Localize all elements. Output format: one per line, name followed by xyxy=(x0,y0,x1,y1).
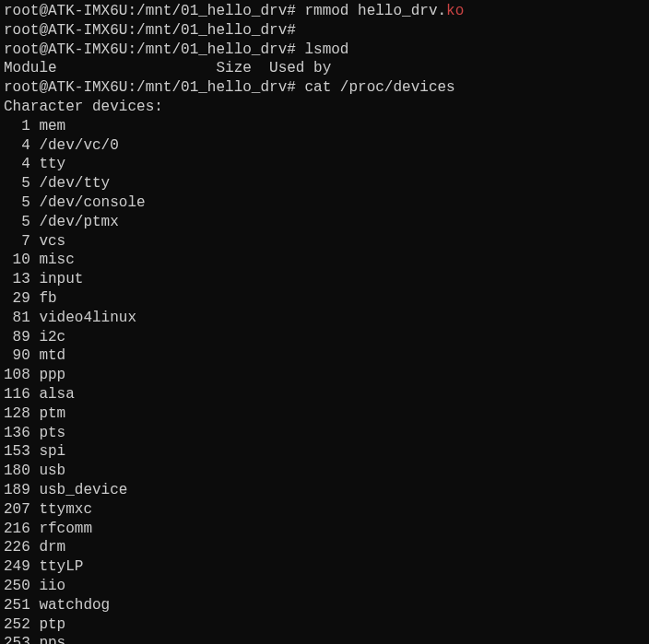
device-major-number: 189 xyxy=(4,481,30,500)
device-name: input xyxy=(39,270,83,289)
device-major-number: 4 xyxy=(4,136,30,156)
devices-header: Character devices: xyxy=(4,99,163,115)
device-entry: 207ttymxc xyxy=(4,500,645,520)
device-entry: 4/dev/vc/0 xyxy=(4,136,645,156)
device-major-number: 7 xyxy=(4,232,30,252)
lsmod-header: Module Size Used by xyxy=(4,60,331,76)
device-entry: 153spi xyxy=(4,442,645,462)
device-entry: 1mem xyxy=(4,117,645,136)
device-entry: 253pps xyxy=(4,634,645,644)
device-major-number: 207 xyxy=(4,500,30,520)
device-name: spi xyxy=(39,442,65,462)
device-major-number: 128 xyxy=(4,404,30,424)
device-major-number: 81 xyxy=(4,309,30,328)
device-name: rfcomm xyxy=(39,520,92,539)
device-major-number: 136 xyxy=(4,424,30,443)
device-name: misc xyxy=(39,251,74,270)
device-name: usb_device xyxy=(39,481,127,500)
device-entry: 90mtd xyxy=(4,346,645,366)
device-name: drm xyxy=(39,538,65,557)
device-major-number: 5 xyxy=(4,193,30,213)
device-major-number: 180 xyxy=(4,462,30,481)
device-entry: 251watchdog xyxy=(4,596,645,615)
device-entry: 4tty xyxy=(4,155,645,174)
terminal-output: root@ATK-IMX6U:/mnt/01_hello_drv# rmmod … xyxy=(4,2,645,644)
device-major-number: 216 xyxy=(4,520,30,539)
device-name: ptp xyxy=(39,615,65,635)
device-entry: 89i2c xyxy=(4,328,645,347)
device-name: ttyLP xyxy=(39,557,83,577)
shell-prompt: root@ATK-IMX6U:/mnt/01_hello_drv# xyxy=(4,79,304,96)
device-major-number: 1 xyxy=(4,117,30,136)
device-major-number: 253 xyxy=(4,634,30,644)
device-entry: 250iio xyxy=(4,577,645,596)
device-name: vcs xyxy=(39,232,65,252)
device-major-number: 10 xyxy=(4,251,30,270)
shell-prompt: root@ATK-IMX6U:/mnt/01_hello_drv# xyxy=(4,22,296,39)
device-entry: 128ptm xyxy=(4,404,645,424)
device-major-number: 153 xyxy=(4,442,30,462)
device-name: video4linux xyxy=(39,309,136,328)
device-entry: 189usb_device xyxy=(4,481,645,500)
device-entry: 180usb xyxy=(4,462,645,481)
terminal-line: Character devices: xyxy=(4,98,645,117)
device-name: pts xyxy=(39,424,65,443)
device-name: ttymxc xyxy=(39,500,92,520)
shell-command: lsmod xyxy=(304,41,348,58)
device-name: /dev/tty xyxy=(39,174,110,193)
device-name: fb xyxy=(39,289,56,309)
device-name: pps xyxy=(39,634,65,644)
device-entry: 252ptp xyxy=(4,615,645,635)
device-name: watchdog xyxy=(39,596,110,615)
device-name: ppp xyxy=(39,366,65,385)
device-major-number: 5 xyxy=(4,213,30,232)
device-major-number: 251 xyxy=(4,596,30,615)
device-major-number: 249 xyxy=(4,557,30,577)
device-entry: 5/dev/ptmx xyxy=(4,213,645,232)
device-name: /dev/console xyxy=(39,193,145,213)
device-name: mtd xyxy=(39,346,65,366)
terminal-line: root@ATK-IMX6U:/mnt/01_hello_drv# cat /p… xyxy=(4,78,645,98)
device-entry: 226drm xyxy=(4,538,645,557)
device-name: alsa xyxy=(39,385,74,404)
shell-command: cat /proc/devices xyxy=(304,79,454,96)
device-name: /dev/vc/0 xyxy=(39,136,118,156)
device-major-number: 29 xyxy=(4,289,30,309)
device-major-number: 5 xyxy=(4,174,30,193)
device-major-number: 13 xyxy=(4,270,30,289)
device-major-number: 250 xyxy=(4,577,30,596)
shell-prompt: root@ATK-IMX6U:/mnt/01_hello_drv# xyxy=(4,3,304,19)
device-major-number: 252 xyxy=(4,615,30,635)
device-major-number: 116 xyxy=(4,385,30,404)
device-name: i2c xyxy=(39,328,65,347)
device-entry: 108ppp xyxy=(4,366,645,385)
device-name: /dev/ptmx xyxy=(39,213,118,232)
terminal-line: root@ATK-IMX6U:/mnt/01_hello_drv# rmmod … xyxy=(4,2,645,21)
device-name: iio xyxy=(39,577,65,596)
device-entry: 116alsa xyxy=(4,385,645,404)
device-entry: 81video4linux xyxy=(4,309,645,328)
device-entry: 29fb xyxy=(4,289,645,309)
device-entry: 249ttyLP xyxy=(4,557,645,577)
shell-command: rmmod hello_drv. xyxy=(304,3,446,19)
device-major-number: 90 xyxy=(4,346,30,366)
device-entry: 10misc xyxy=(4,251,645,270)
device-major-number: 108 xyxy=(4,366,30,385)
device-major-number: 226 xyxy=(4,538,30,557)
terminal-line: root@ATK-IMX6U:/mnt/01_hello_drv# xyxy=(4,21,645,41)
device-entry: 5/dev/tty xyxy=(4,174,645,193)
device-name: ptm xyxy=(39,404,65,424)
device-major-number: 4 xyxy=(4,155,30,174)
shell-prompt: root@ATK-IMX6U:/mnt/01_hello_drv# xyxy=(4,41,304,58)
device-entry: 216rfcomm xyxy=(4,520,645,539)
terminal-line: root@ATK-IMX6U:/mnt/01_hello_drv# lsmod xyxy=(4,41,645,60)
device-name: usb xyxy=(39,462,65,481)
device-major-number: 89 xyxy=(4,328,30,347)
shell-arg-extension: ko xyxy=(446,3,464,19)
device-name: tty xyxy=(39,155,65,174)
device-entry: 7vcs xyxy=(4,232,645,252)
device-entry: 5/dev/console xyxy=(4,193,645,213)
device-entry: 13input xyxy=(4,270,645,289)
device-name: mem xyxy=(39,117,65,136)
terminal-line: Module Size Used by xyxy=(4,59,645,78)
